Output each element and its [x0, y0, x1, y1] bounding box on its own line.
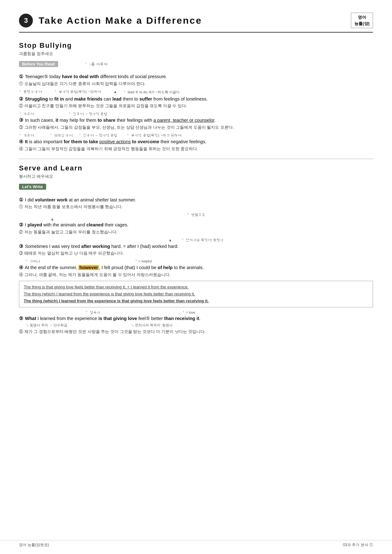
s2-sentence-5-kor: ⑤ 제가 그 경험으로부터 배웠던 것은 사랑을 주는 것이 그것을 받는 것보… [19, 329, 373, 335]
badge-annotation: ᄉ ~를 다루다 [84, 62, 107, 66]
sentence-2-eng: ② Struggling to fit in and make friends … [19, 95, 373, 103]
sentence-4: ④ It is also important for them to take … [19, 138, 373, 152]
explain-line1: The thing is that giving love feels bett… [24, 284, 368, 291]
however-highlight: however [78, 265, 99, 270]
s2-sentence-2-ann: ᄉ 병렬구조 [19, 213, 373, 217]
chapter-number: 3 [19, 14, 33, 28]
sentence-2-kor: ② 어울리고 친구를 만들기 위해 분투하는 것은 그들을 외로움의 감정을 겪… [19, 103, 373, 109]
s2-sentence-4-kor: ④ 그러나, 여름 끝에, 저는 제가 동물들에게 도움이 될 수 있어서 자랑… [19, 272, 373, 278]
sentence-3-ann: ᄉ 가주어 ᄉ 진주어 → 명사적 용법 [19, 112, 373, 116]
s2-sentence-4: ④ At the end of the summer, however, I f… [19, 264, 373, 278]
s2-sentence-2: ▲ ② I played with the animals and cleane… [19, 217, 373, 235]
page-footer: 영어 능률(양현권) 03과 추가 분석 ① [0, 540, 392, 548]
sentence-1-eng: ① Teenager⑤ today have to deal with diff… [19, 73, 373, 81]
section-serve-and-learn: Serve and Learn 봉사하고 배우세요 Let's Write ① … [19, 164, 373, 335]
sentence-4-eng: ④ It is also important for them to take … [19, 138, 373, 146]
section1-title: Stop Bullying [19, 41, 373, 50]
s2-sentence-3-ann: ▲ ᄉ 전치사의 목적어: 동명사 [19, 238, 373, 242]
sentence-2: ② Struggling to fit in and make friends … [19, 95, 373, 109]
s2-sentence-4-eng: ④ At the end of the summer, however, I f… [19, 264, 373, 272]
section1-subtitle: 괴롭힘을 멈추세요 [19, 51, 373, 57]
sentence-2-ann: ᄉ 동명사 주어 ᄉ 부사적 용법(목적): ~위하여 ▲ ᄉ lead ④ t… [19, 90, 373, 95]
footer-left: 영어 능률(양현권) [19, 542, 49, 548]
section-divider [19, 159, 373, 159]
s2-sentence-2-kor: ② 저는 동물들과 놀았고 그들의 우리를 청소했습니다. [19, 229, 373, 235]
s2-sentence-5-eng: ⑤ What I learned from the experience is … [19, 315, 373, 323]
sentence-1-kor: ① 오늘날의 십대들은 각기 다른 종류의 사회적 압력을 다루어야 한다. [19, 81, 373, 87]
sentence-1: ① Teenager⑤ today have to deal with diff… [19, 73, 373, 87]
sentence-3-eng: ③ In such cases, it may help for them to… [19, 116, 373, 124]
subject-label: 영어 능률(양) [351, 13, 373, 28]
s2-sentence-3-kor: ③ 때때로 저는 열심히 일하고 난 다음 매우 피곤했습니다. [19, 250, 373, 256]
s2-sentence-5-ann-bottom: ↘ 동명사 주어 → 단수취급 ↘ 전치사의 목적어: 동명사 [19, 323, 373, 328]
s2-sentence-3-eng: ③ Sometimes I was very tired after worki… [19, 243, 373, 250]
sentence-4-kor: ④ 그들이 그들의 부정적인 감정들을 극복하기 위해 긍정적인 행동들을 취하… [19, 146, 373, 152]
explain-line2: The thing (which) I learned from the exp… [24, 291, 368, 298]
explain-box: The thing is that giving love feels bett… [19, 281, 373, 307]
page-header: 3 Take Action Make a Difference 영어 능률(양) [19, 13, 373, 33]
sentence-4-ann: ᄉ 가주어 ᄉ 의미상 주어 ᄉ 진주어 → 명사적 용법 ᄉ 부사적 용법(목… [19, 133, 373, 137]
section2-subtitle: 봉사하고 배우세요 [19, 174, 373, 179]
chapter-title: Take Action Make a Difference [39, 15, 351, 26]
section2-title: Serve and Learn [19, 164, 373, 172]
s2-sentence-4-ann: ᄉ 그러나 ᄉ= helpful [19, 259, 373, 263]
before-you-read-badge: Before You Read [19, 61, 58, 67]
s2-sentence-1: ① I did volunteer work at an animal shel… [19, 196, 373, 210]
s2-sentence-5: ⑤ What I learned from the experience is … [19, 315, 373, 335]
s2-sentence-3: ③ Sometimes I was very tired after worki… [19, 243, 373, 256]
section-stop-bullying: Stop Bullying 괴롭힘을 멈추세요 Before You Read … [19, 41, 373, 152]
s2-sentence-1-kor: ① 저는 작년 여름 동물 보호소에서 자원봉사를 했습니다. [19, 204, 373, 210]
s2-sentence-1-eng: ① I did volunteer work at an animal shel… [19, 196, 373, 204]
sentence-3: ③ In such cases, it may help for them to… [19, 116, 373, 130]
lets-write-badge: Let's Write [19, 184, 46, 190]
sentence-3-kor: ③ 그러한 사례들에서, 그들의 감정들을 부모, 선생님, 또는 상담 선생님… [19, 125, 373, 130]
footer-right: 03과 추가 분석 ① [343, 542, 373, 548]
s2-s2-ann-arrow: ▲ [51, 217, 373, 221]
s2-sentence-2-eng: ② I played with the animals and cleaned … [19, 221, 373, 229]
explain-line3: The thing (which) I learned from the exp… [24, 298, 368, 305]
s2-sentence-5-ann-top: ᄉ 접속사 ᄉ= love [19, 311, 373, 314]
